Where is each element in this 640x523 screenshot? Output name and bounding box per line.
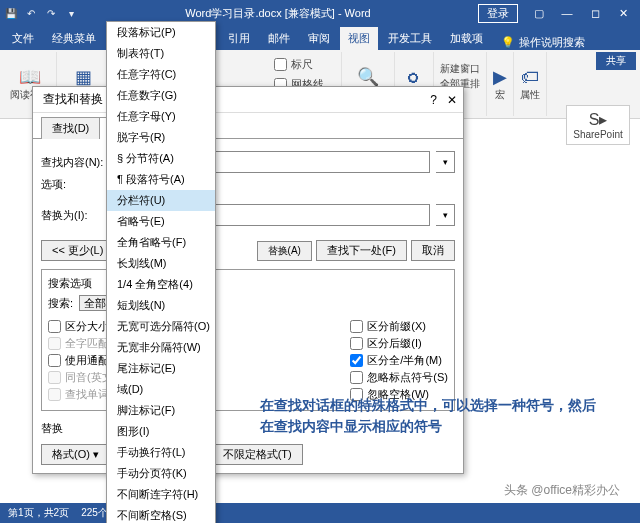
- replace-all-button[interactable]: 替换(A): [257, 241, 312, 261]
- replace-label: 替换为(I):: [41, 208, 111, 223]
- menu-item[interactable]: 不间断连字符(H): [107, 484, 215, 505]
- menu-item[interactable]: 脚注标记(F): [107, 400, 215, 421]
- menu-item[interactable]: § 分节符(A): [107, 148, 215, 169]
- menu-item[interactable]: 域(D): [107, 379, 215, 400]
- ck-fullwidth[interactable]: [350, 354, 363, 367]
- menu-item[interactable]: 任意字母(Y): [107, 106, 215, 127]
- sharepoint-group[interactable]: S▸SharePoint: [566, 105, 630, 145]
- menu-item[interactable]: 制表符(T): [107, 43, 215, 64]
- ck-whole: [48, 337, 61, 350]
- menu-item[interactable]: 1/4 全角空格(4): [107, 274, 215, 295]
- zoom-icon[interactable]: 🔍: [357, 66, 379, 88]
- menu-item[interactable]: 省略号(E): [107, 211, 215, 232]
- menu-item[interactable]: 任意数字(G): [107, 85, 215, 106]
- tab-quote[interactable]: 引用: [220, 27, 258, 50]
- menu-item[interactable]: 脱字号(R): [107, 127, 215, 148]
- ck-prefix[interactable]: [350, 320, 363, 333]
- qat-more-icon[interactable]: ▾: [64, 6, 78, 20]
- options-label: 选项:: [41, 177, 111, 192]
- redo-icon[interactable]: ↷: [44, 6, 58, 20]
- tab-addin[interactable]: 加载项: [442, 27, 491, 50]
- search-direction-label: 搜索:: [48, 296, 73, 311]
- menu-item[interactable]: 不间断空格(S): [107, 505, 215, 523]
- tell-icon: 💡: [501, 36, 515, 49]
- format-button[interactable]: 格式(O) ▾: [41, 444, 110, 465]
- undo-icon[interactable]: ↶: [24, 6, 38, 20]
- menu-item[interactable]: 分栏符(U): [107, 190, 215, 211]
- tab-review[interactable]: 审阅: [300, 27, 338, 50]
- ruler-checkbox[interactable]: [274, 58, 287, 71]
- ribbon-display-icon[interactable]: ▢: [526, 3, 552, 23]
- tab-view[interactable]: 视图: [340, 27, 378, 50]
- noformat-button[interactable]: 不限定格式(T): [212, 444, 303, 465]
- annotation-text: 在查找对话框的特殊格式中，可以选择一种符号，然后在查找内容中显示相应的符号: [260, 395, 600, 437]
- menu-item[interactable]: 任意字符(C): [107, 64, 215, 85]
- ck-wordforms: [48, 388, 61, 401]
- menu-item[interactable]: 短划线(N): [107, 295, 215, 316]
- macro-label: 宏: [495, 88, 505, 102]
- menu-item[interactable]: 尾注标记(E): [107, 358, 215, 379]
- page-view-icon[interactable]: ▦: [75, 66, 92, 88]
- menu-item[interactable]: 手动换行符(L): [107, 442, 215, 463]
- menu-item[interactable]: 长划线(M): [107, 253, 215, 274]
- find-label: 查找内容(N):: [41, 155, 111, 170]
- ck-sounds: [48, 371, 61, 384]
- find-next-button[interactable]: 查找下一处(F): [316, 240, 407, 261]
- cancel-button[interactable]: 取消: [411, 240, 455, 261]
- newwin-label[interactable]: 新建窗口: [440, 62, 480, 76]
- tab-file[interactable]: 文件: [4, 27, 42, 50]
- dialog-close-icon[interactable]: ✕: [447, 93, 457, 107]
- replace-dropdown-icon[interactable]: ▾: [436, 204, 455, 226]
- special-format-menu: 段落标记(P)制表符(T)任意字符(C)任意数字(G)任意字母(Y)脱字号(R)…: [106, 21, 216, 523]
- tab-find-d[interactable]: 查找(D): [41, 117, 99, 139]
- menu-item[interactable]: 无宽可选分隔符(O): [107, 316, 215, 337]
- close-icon[interactable]: ✕: [610, 3, 636, 23]
- props-icon[interactable]: 🏷: [521, 67, 539, 88]
- maximize-icon[interactable]: ◻: [582, 3, 608, 23]
- ck-suffix[interactable]: [350, 337, 363, 350]
- ck-wildcard[interactable]: [48, 354, 61, 367]
- read-view-icon[interactable]: 📖: [19, 66, 41, 88]
- menu-item[interactable]: 图形(I): [107, 421, 215, 442]
- tab-mail[interactable]: 邮件: [260, 27, 298, 50]
- tell-me[interactable]: 操作说明搜索: [519, 35, 585, 50]
- save-icon[interactable]: 💾: [4, 6, 18, 20]
- share-button[interactable]: 共享: [596, 52, 636, 70]
- menu-item[interactable]: 段落标记(P): [107, 22, 215, 43]
- menu-item[interactable]: ¶ 段落符号(A): [107, 169, 215, 190]
- dialog-title: 查找和替换: [43, 91, 103, 108]
- less-button[interactable]: << 更少(L): [41, 240, 114, 261]
- search-options-group: 搜索选项 搜索: 全部 区分大小写 全字匹配 使用通配符 同音(英文) 查找单词…: [41, 269, 455, 411]
- status-page[interactable]: 第1页，共2页: [8, 506, 69, 520]
- dialog-help-icon[interactable]: ?: [430, 93, 437, 107]
- ck-punct[interactable]: [350, 371, 363, 384]
- macro-icon[interactable]: ▶: [493, 66, 507, 88]
- ruler-label: 标尺: [291, 57, 313, 72]
- window-title: Word学习目录.docx [兼容模式] - Word: [78, 6, 478, 21]
- tab-dev[interactable]: 开发工具: [380, 27, 440, 50]
- tab-classic[interactable]: 经典菜单: [44, 27, 104, 50]
- credit-text: 头条 @office精彩办公: [504, 482, 620, 499]
- props-label: 属性: [520, 88, 540, 102]
- menu-item[interactable]: 无宽非分隔符(W): [107, 337, 215, 358]
- minimize-icon[interactable]: —: [554, 3, 580, 23]
- ck-case[interactable]: [48, 320, 61, 333]
- menu-item[interactable]: 全角省略号(F): [107, 232, 215, 253]
- find-dropdown-icon[interactable]: ▾: [436, 151, 455, 173]
- menu-item[interactable]: 手动分页符(K): [107, 463, 215, 484]
- login-button[interactable]: 登录: [478, 4, 518, 23]
